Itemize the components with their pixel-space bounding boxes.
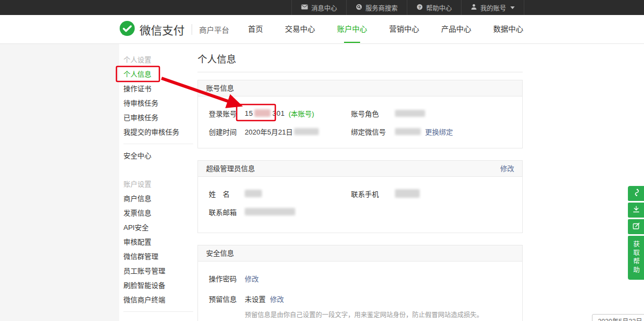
main-content: 个人信息 账号信息 登录账号 15 301 (本账号) 账号角色: [197, 44, 523, 321]
header: 微信支付 商户平台 首页 交易中心 账户中心 营销中心 产品中心 数据中心: [0, 15, 644, 44]
wechat-pay-logo-icon: [119, 20, 135, 39]
table-row: 预留信息 未设置 修改: [209, 293, 511, 304]
operation-password-edit-link[interactable]: 修改: [245, 273, 259, 283]
sidebar-item-api-security[interactable]: API安全: [123, 220, 197, 235]
bound-wechat-cell: 绑定微信号 更换绑定: [351, 125, 493, 137]
sidebar-divider: [123, 311, 193, 312]
admin-edit-link[interactable]: 修改: [500, 161, 514, 176]
bound-wechat-label: 绑定微信号: [351, 126, 395, 137]
reserved-info-edit-link[interactable]: 修改: [270, 294, 284, 304]
sidebar-item-staff-account-mgmt[interactable]: 员工账号管理: [123, 264, 197, 278]
bound-wechat-redacted: [395, 128, 421, 135]
created-time-value: 2020年5月21日: [245, 126, 293, 137]
brand-name: 微信支付: [140, 21, 185, 38]
user-icon: [471, 4, 477, 12]
page-body: 个人设置 个人信息 操作证书 待审核任务 已审核任务 我提交的审核任务 安全中心…: [0, 44, 644, 321]
sidebar-item-review-config[interactable]: 审核配置: [123, 235, 197, 249]
sidebar-item-operation-certificate[interactable]: 操作证书: [123, 81, 197, 96]
nav-transaction-center[interactable]: 交易中心: [285, 23, 315, 36]
title-divider: [197, 72, 523, 72]
login-account-cell: 登录账号 15 301 (本账号): [209, 107, 351, 119]
topbar-provider-search[interactable]: 服务商搜索: [346, 0, 407, 15]
created-time-redacted: [294, 128, 319, 135]
admin-email-cell: 联系邮箱: [209, 206, 511, 218]
sidebar-item-my-submitted-tasks[interactable]: 我提交的审核任务: [123, 125, 197, 139]
security-info-title: 安全信息: [206, 245, 234, 261]
float-help-widget: 获取帮助: [628, 186, 644, 280]
sidebar-item-wechat-group-mgmt[interactable]: 微信群管理: [123, 249, 197, 264]
feedback-button[interactable]: [628, 219, 644, 234]
account-role-label: 账号角色: [351, 108, 395, 118]
admin-phone-cell: 联系手机: [351, 188, 493, 199]
chevron-down-icon: [510, 6, 515, 9]
topbar-item-label: 消息中心: [311, 3, 337, 12]
nav-home[interactable]: 首页: [248, 23, 263, 36]
topbar-help-center[interactable]: ? 帮助中心: [407, 0, 461, 15]
admin-info-section: 超级管理员信息 修改 姓 名 联系手机 联系邮箱: [197, 160, 523, 233]
left-background: [0, 44, 119, 321]
nav-data-center[interactable]: 数据中心: [493, 23, 523, 36]
main-nav: 首页 交易中心 账户中心 营销中心 产品中心 数据中心: [248, 23, 523, 36]
nav-account-center[interactable]: 账户中心: [337, 23, 367, 36]
rebind-wechat-link[interactable]: 更换绑定: [425, 126, 453, 137]
link-icon: [632, 188, 640, 199]
sidebar-header-account-settings: 账户设置: [123, 177, 197, 191]
security-info-header: 安全信息: [198, 245, 522, 262]
created-time-label: 创建时间: [209, 126, 245, 137]
nav-marketing-center[interactable]: 营销中心: [389, 23, 419, 36]
account-info-title: 账号信息: [206, 80, 234, 96]
table-row: 登录账号 15 301 (本账号) 账号角色: [209, 107, 511, 119]
topbar-item-label: 帮助中心: [426, 3, 452, 12]
brand[interactable]: 微信支付 商户平台: [119, 20, 229, 39]
security-info-section: 安全信息 操作密码 修改 预留信息 未设置 修改 预留: [197, 245, 523, 321]
sidebar-divider: [123, 144, 193, 144]
account-info-section: 账号信息 登录账号 15 301 (本账号) 账号角色: [197, 80, 523, 148]
admin-info-header: 超级管理员信息 修改: [198, 161, 522, 177]
operation-password-label: 操作密码: [209, 273, 245, 283]
sidebar-item-reviewed-tasks[interactable]: 已审核任务: [123, 110, 197, 125]
topbar-item-label: 我的账号: [480, 3, 506, 12]
help-icon: ?: [416, 4, 423, 12]
admin-phone-label: 联系手机: [351, 189, 395, 199]
admin-name-label: 姓 名: [209, 189, 245, 199]
login-account-suffix: 301: [272, 109, 284, 117]
edit-icon: [632, 222, 640, 232]
reserved-info-description: 预留信息是由你自己设置的一段文字，用来鉴定网站身份，防止假冒网站造成损失。 配置…: [245, 310, 511, 321]
svg-text:?: ?: [419, 4, 421, 9]
get-help-button[interactable]: 获取帮助: [628, 236, 644, 280]
sidebar-item-security-center[interactable]: 安全中心: [123, 148, 197, 163]
account-role-redacted: [395, 110, 425, 117]
sidebar: 个人设置 个人信息 操作证书 待审核任务 已审核任务 我提交的审核任务 安全中心…: [119, 44, 197, 316]
sidebar-item-pending-review-tasks[interactable]: 待审核任务: [123, 96, 197, 110]
table-row: 创建时间 2020年5月21日 绑定微信号 更换绑定: [209, 125, 511, 137]
sidebar-item-personal-info[interactable]: 个人信息: [123, 67, 197, 81]
provider-search-icon: [356, 4, 362, 12]
sidebar-item-invoice-info[interactable]: 发票信息: [123, 206, 197, 220]
message-icon: [301, 4, 308, 11]
created-time-cell: 创建时间 2020年5月21日: [209, 125, 351, 137]
table-row: 联系邮箱: [209, 206, 511, 218]
description-line: 预留信息是由你自己设置的一段文字，用来鉴定网站身份，防止假冒网站造成损失。: [245, 310, 511, 320]
nav-product-center[interactable]: 产品中心: [441, 23, 471, 36]
topbar-message-center[interactable]: 消息中心: [291, 0, 346, 15]
date-chip[interactable]: 2020年5月22日: [592, 314, 644, 321]
operation-password-cell: 操作密码 修改: [209, 272, 511, 284]
page-title: 个人信息: [197, 54, 523, 65]
current-account-tag: (本账号): [289, 108, 314, 118]
security-info-body: 操作密码 修改 预留信息 未设置 修改 预留信息是由你自己设置的一段文字，用来鉴…: [198, 262, 522, 321]
brand-divider: [192, 24, 192, 35]
admin-info-title: 超级管理员信息: [206, 161, 255, 176]
download-button[interactable]: [628, 203, 644, 218]
sidebar-item-face-smart-device[interactable]: 刷脸智能设备: [123, 278, 197, 293]
topbar-my-account[interactable]: 我的账号: [461, 0, 524, 15]
reserved-info-value: 未设置: [245, 294, 266, 304]
reserved-info-label: 预留信息: [209, 294, 245, 304]
sidebar-item-merchant-info[interactable]: 商户信息: [123, 191, 197, 206]
quick-link-button[interactable]: [628, 186, 644, 201]
account-info-body: 登录账号 15 301 (本账号) 账号角色 创建时间 2020年5月21日: [198, 96, 522, 148]
sidebar-item-wechat-merchant-terminal[interactable]: 微信商户终端: [123, 293, 197, 307]
sidebar-gap: [123, 163, 197, 177]
brand-subtitle: 商户平台: [199, 24, 229, 35]
table-row: 姓 名 联系手机: [209, 188, 511, 199]
sidebar-header-personal-settings: 个人设置: [123, 53, 197, 67]
